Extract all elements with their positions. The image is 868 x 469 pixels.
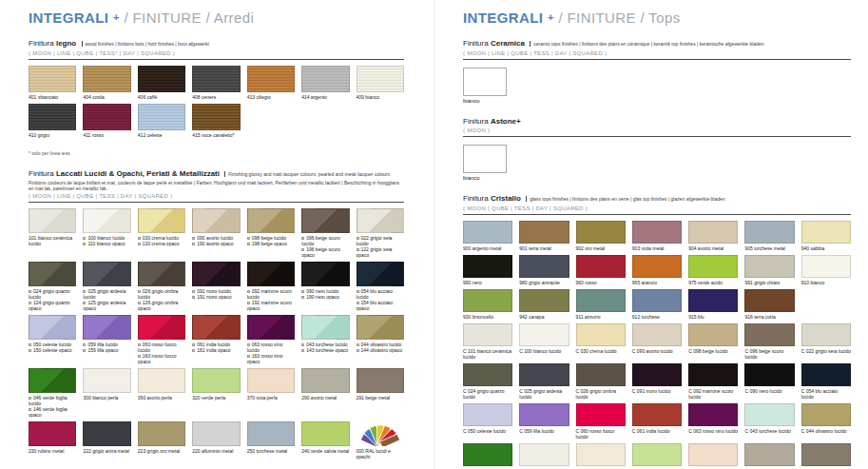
color-swatch xyxy=(519,221,569,244)
finish-type-icon xyxy=(247,237,250,240)
swatch-label-line: 290 avorio metal xyxy=(301,395,349,401)
finish-type-icon xyxy=(301,296,304,299)
swatch-label-line: 912 turchese xyxy=(632,314,682,320)
swatch-cell: 090 avorio lucido190 avorio opaco xyxy=(192,208,240,258)
gloss-color-swatch xyxy=(301,262,349,286)
color-swatch xyxy=(83,421,130,446)
swatch-label: 240 verde salvia metal xyxy=(301,448,349,454)
gloss-color-swatch xyxy=(301,315,349,340)
swatch-label: 290 avorio metal xyxy=(301,395,349,401)
color-swatch xyxy=(576,363,626,386)
section-heading: Finitura Ceramica ceramic tops finishes … xyxy=(463,39,851,49)
finish-type-icon xyxy=(192,237,195,240)
swatch-label: C 043 turchese lucido xyxy=(744,428,794,434)
swatch-cell: 100 bianco lucido110 bianco opaco xyxy=(83,208,130,258)
swatch-cell: C 290 avorio metal xyxy=(744,443,794,469)
color-swatch xyxy=(744,289,794,312)
color-swatch xyxy=(29,421,76,446)
empty-cell xyxy=(247,104,295,138)
finish-type-icon xyxy=(138,343,141,346)
swatch-label: 220 alluminio metal xyxy=(192,448,240,454)
section-finitura-ceramica: Finitura Ceramica ceramic tops finishes … xyxy=(463,39,851,104)
finish-type-icon xyxy=(138,355,141,358)
empty-cell xyxy=(301,104,349,138)
gloss-color-swatch xyxy=(247,315,295,340)
swatch-label-line: 190 nero opaco xyxy=(301,294,349,300)
swatch-label: C 090 avorio lucido xyxy=(632,348,682,354)
swatch-label: 412 celeste xyxy=(138,132,185,138)
finish-type-icon xyxy=(83,290,86,293)
swatch-label: 902 oro metal xyxy=(576,245,626,251)
gloss-color-swatch xyxy=(29,208,76,233)
section-prefix: Finitura xyxy=(463,194,489,203)
swatch-cell: C 390 avorio perla xyxy=(576,443,626,469)
swatch-label-line: 990 nero xyxy=(463,280,512,285)
swatch-cell: C 061 india lucido xyxy=(632,403,682,440)
section-name: legno xyxy=(56,39,76,48)
swatch-cell: C 063 rosso vino lucido xyxy=(688,403,738,440)
section-divider xyxy=(463,214,851,215)
catalog-page: INTEGRALI + / FINITURE / Arredi Finitura… xyxy=(0,0,868,469)
swatch-label-line: 146 verde foglia opaco xyxy=(29,406,76,418)
swatch-cell: 044 olivastro lucido144 olivastro opaco xyxy=(357,315,404,364)
swatch-label: 291 beige metal xyxy=(357,395,404,401)
swatch-label-line: C 059 lilla lucido xyxy=(519,428,569,434)
swatch-label-line: 404 corda xyxy=(83,94,130,100)
color-swatch xyxy=(247,368,295,393)
finish-type-icon xyxy=(247,355,250,358)
swatch-label: 044 olivastro lucido144 olivastro opaco xyxy=(357,342,404,353)
color-swatch xyxy=(632,221,682,244)
swatch-label: 054 blu acciaio lucido154 blu acciaio op… xyxy=(357,288,404,311)
finish-type-icon xyxy=(29,290,31,293)
swatch-label-line: C 090 avorio lucido xyxy=(632,348,682,354)
gloss-color-swatch xyxy=(83,208,130,233)
gloss-color-swatch xyxy=(301,208,349,233)
swatch-cell: 059 lilla lucido159 lilla opaco xyxy=(83,315,130,364)
swatch-cell: 408 cenere xyxy=(192,66,240,100)
swatch-cell: 975 verde acido xyxy=(688,255,738,285)
color-swatch xyxy=(519,403,569,426)
page-gutter-divider xyxy=(434,0,434,469)
swatch-cell: 905 turchese metal xyxy=(744,221,794,251)
swatch-label-line: 975 verde acido xyxy=(688,280,738,285)
swatch-label-line: 401 sbiancato xyxy=(29,94,76,100)
swatch-label: 415 noce canaletto* xyxy=(192,132,240,138)
swatch-label-line: C 044 olivastro lucido xyxy=(801,428,851,434)
color-swatch xyxy=(519,255,569,278)
color-swatch xyxy=(744,323,794,346)
swatch-label-line: 965 arancio xyxy=(632,280,682,285)
color-swatch xyxy=(744,403,794,426)
swatch-label: C 063 rosso vino lucido xyxy=(688,428,738,434)
swatch-label: C 096 beige scuro lucido xyxy=(744,348,794,360)
swatch-cell: 091 moro lucido191 moro opaco xyxy=(192,262,240,311)
section-heading: Finitura Laccati Lucidi & Opachi, Perlat… xyxy=(29,169,404,179)
swatch-label: 030 crema lucido130 crema opaco xyxy=(138,235,185,246)
finish-type-icon xyxy=(357,237,359,240)
brand-plus: + xyxy=(113,11,120,23)
wood-color-swatch xyxy=(29,104,76,130)
swatch-cell: 414 argento xyxy=(301,66,349,100)
swatch-label-line: C 025 grigio ardesia lucido xyxy=(519,388,569,400)
swatch-label-line: 196 beige scuro opaco xyxy=(301,246,349,258)
swatch-label: 413 ciliegio xyxy=(247,94,295,100)
glass-swatch-grid: 900 argento metal901 terra metal902 oro … xyxy=(463,221,851,469)
swatch-label: 370 rosa perla xyxy=(247,395,295,401)
swatch-label: bianco xyxy=(463,175,851,181)
swatch-label-line: 092 marrone scuro lucido xyxy=(247,288,295,300)
swatch-label-line: 320 verde perla xyxy=(192,395,240,401)
wood-color-swatch xyxy=(83,104,130,130)
swatch-cell: 230 rubino metal xyxy=(29,421,76,459)
swatch-label: C 060 rosso fuoco lucido xyxy=(576,428,626,440)
swatch-label-line: 143 turchese opaco xyxy=(301,347,349,353)
swatch-label-line: 903 viola metal xyxy=(632,245,682,251)
finish-type-icon xyxy=(357,248,359,251)
swatch-label-line: 000 RAL lucidi e opachi xyxy=(357,448,404,459)
swatch-label: 411 rosso xyxy=(83,132,130,138)
gloss-color-swatch xyxy=(192,315,240,340)
color-swatch xyxy=(463,221,512,244)
color-swatch xyxy=(744,443,794,466)
section-prefix: Finitura xyxy=(29,169,54,178)
section-finitura-laccati: Finitura Laccati Lucidi & Opachi, Perlat… xyxy=(29,169,404,463)
swatch-cell: 910 bianco xyxy=(801,255,851,285)
swatch-label-line: 159 lilla opaco xyxy=(83,347,130,353)
